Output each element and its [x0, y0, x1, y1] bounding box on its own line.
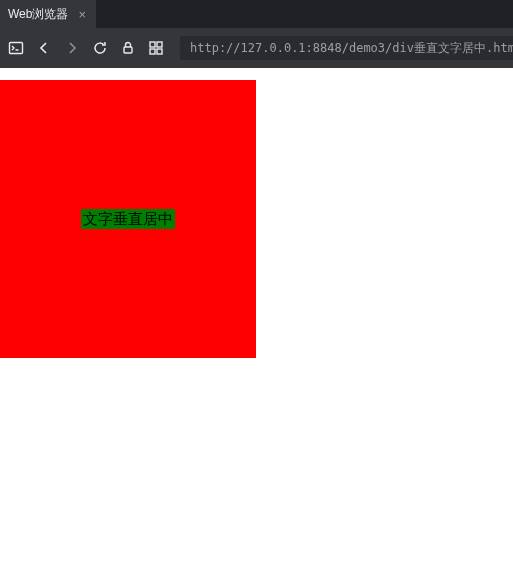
- console-icon[interactable]: [8, 39, 24, 57]
- centered-text: 文字垂直居中: [81, 209, 175, 229]
- svg-rect-3: [157, 42, 162, 47]
- toolbar: http://127.0.0.1:8848/demo3/div垂直文字居中.ht…: [0, 28, 513, 68]
- lock-icon[interactable]: [120, 39, 136, 57]
- page-content: 文字垂直居中: [0, 68, 513, 569]
- svg-rect-5: [157, 49, 162, 54]
- back-icon[interactable]: [36, 39, 52, 57]
- close-icon[interactable]: ×: [78, 8, 86, 21]
- apps-icon[interactable]: [148, 39, 164, 57]
- url-text: http://127.0.0.1:8848/demo3/div垂直文字居中.ht…: [190, 40, 513, 57]
- url-bar[interactable]: http://127.0.0.1:8848/demo3/div垂直文字居中.ht…: [180, 36, 513, 60]
- svg-rect-2: [150, 42, 155, 47]
- forward-icon[interactable]: [64, 39, 80, 57]
- red-container: 文字垂直居中: [0, 80, 256, 358]
- svg-rect-0: [10, 43, 23, 54]
- browser-tab[interactable]: Web浏览器 ×: [0, 0, 96, 28]
- svg-rect-4: [150, 49, 155, 54]
- reload-icon[interactable]: [92, 39, 108, 57]
- tab-title: Web浏览器: [8, 6, 68, 23]
- tab-bar: Web浏览器 ×: [0, 0, 513, 28]
- svg-rect-1: [124, 47, 132, 53]
